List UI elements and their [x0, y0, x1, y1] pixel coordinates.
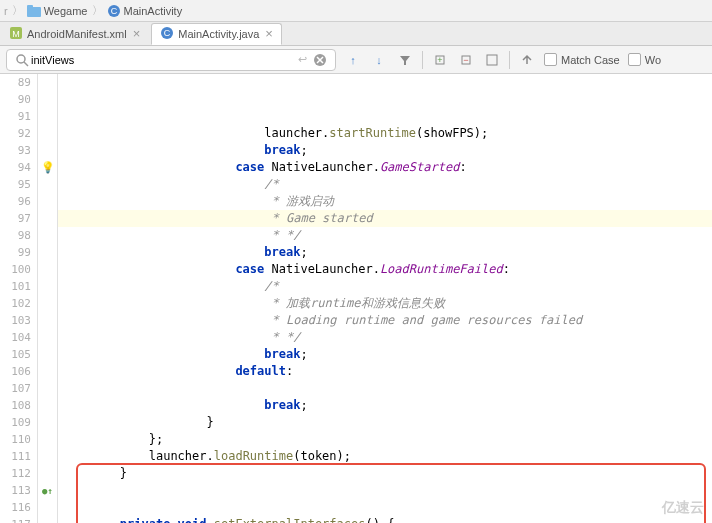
words-checkbox[interactable]: Wo	[628, 53, 661, 66]
code-line[interactable]: break;	[58, 346, 712, 363]
breadcrumb-prev[interactable]: r	[4, 5, 8, 17]
filter-icon[interactable]	[396, 51, 414, 69]
class-file-icon: C	[160, 26, 174, 42]
code-line[interactable]: private void setExternalInterfaces() {	[58, 516, 712, 523]
tab-label: MainActivity.java	[178, 28, 259, 40]
code-line[interactable]: launcher.loadRuntime(token);	[58, 448, 712, 465]
breadcrumb-class[interactable]: MainActivity	[124, 5, 183, 17]
fold-remove-icon[interactable]: −	[457, 51, 475, 69]
select-all-icon[interactable]	[483, 51, 501, 69]
code-line[interactable]	[58, 499, 712, 516]
code-line[interactable]: * Loading runtime and game resources fai…	[58, 312, 712, 329]
code-line[interactable]: }	[58, 414, 712, 431]
code-line[interactable]: launcher.startRuntime(showFPS);	[58, 125, 712, 142]
class-icon: C	[107, 3, 121, 17]
svg-rect-17	[487, 55, 497, 65]
breadcrumb: r 〉 Wegame 〉 C MainActivity	[0, 0, 712, 22]
line-numbers: 8990919293949596979899100101102103104105…	[0, 74, 38, 523]
close-icon[interactable]: ×	[133, 26, 141, 41]
divider	[509, 51, 510, 69]
code-line[interactable]: break;	[58, 397, 712, 414]
folder-icon	[27, 4, 41, 17]
code-line[interactable]: };	[58, 431, 712, 448]
code-line[interactable]: * 加载runtime和游戏信息失败	[58, 295, 712, 312]
code-line[interactable]	[58, 380, 712, 397]
svg-text:+: +	[437, 55, 442, 65]
divider	[422, 51, 423, 69]
code-line[interactable]: case NativeLauncher.LoadRuntimeFailed:	[58, 261, 712, 278]
code-line[interactable]: default:	[58, 363, 712, 380]
code-line[interactable]: /*	[58, 176, 712, 193]
code-area[interactable]: launcher.startRuntime(showFPS); break; c…	[58, 74, 712, 523]
words-label: Wo	[645, 54, 661, 66]
svg-text:C: C	[164, 28, 171, 38]
code-line[interactable]: * 游戏启动	[58, 193, 712, 210]
xml-file-icon: M	[9, 26, 23, 42]
code-line[interactable]: }	[58, 465, 712, 482]
search-box[interactable]: ↩	[6, 49, 336, 71]
svg-line-9	[24, 62, 28, 66]
svg-text:−: −	[463, 55, 468, 65]
code-line[interactable]: * */	[58, 227, 712, 244]
checkbox-icon	[544, 53, 557, 66]
tab-androidmanifest[interactable]: M AndroidManifest.xml ×	[0, 23, 149, 45]
svg-point-8	[17, 55, 25, 63]
checkbox-icon	[628, 53, 641, 66]
tab-mainactivity[interactable]: C MainActivity.java ×	[151, 23, 282, 45]
close-icon[interactable]: ×	[265, 26, 273, 41]
match-case-label: Match Case	[561, 54, 620, 66]
svg-rect-1	[27, 5, 33, 9]
search-icon	[13, 51, 31, 69]
code-editor[interactable]: 8990919293949596979899100101102103104105…	[0, 74, 712, 523]
code-line[interactable]: break;	[58, 142, 712, 159]
gutter-icons: 💡●↑	[38, 74, 58, 523]
breadcrumb-sep-icon: 〉	[92, 3, 103, 18]
code-line[interactable]: case NativeLauncher.GameStarted:	[58, 159, 712, 176]
tab-bar: M AndroidManifest.xml × C MainActivity.j…	[0, 22, 712, 46]
svg-text:C: C	[110, 6, 117, 16]
code-line[interactable]: /*	[58, 278, 712, 295]
arrow-down-icon[interactable]: ↓	[370, 51, 388, 69]
code-line[interactable]: break;	[58, 244, 712, 261]
clear-icon[interactable]	[311, 51, 329, 69]
code-line[interactable]: * Game started	[58, 210, 712, 227]
code-line[interactable]: * */	[58, 329, 712, 346]
fold-add-icon[interactable]: +	[431, 51, 449, 69]
code-line[interactable]	[58, 482, 712, 499]
history-icon[interactable]: ↩	[293, 51, 311, 69]
match-case-checkbox[interactable]: Match Case	[544, 53, 620, 66]
search-input[interactable]	[31, 54, 293, 66]
tab-label: AndroidManifest.xml	[27, 28, 127, 40]
breadcrumb-folder[interactable]: Wegame	[44, 5, 88, 17]
svg-text:M: M	[12, 29, 20, 39]
export-icon[interactable]	[518, 51, 536, 69]
arrow-up-icon[interactable]: ↑	[344, 51, 362, 69]
search-bar: ↩ ↑ ↓ + − Match Case Wo	[0, 46, 712, 74]
breadcrumb-sep-icon: 〉	[12, 3, 23, 18]
